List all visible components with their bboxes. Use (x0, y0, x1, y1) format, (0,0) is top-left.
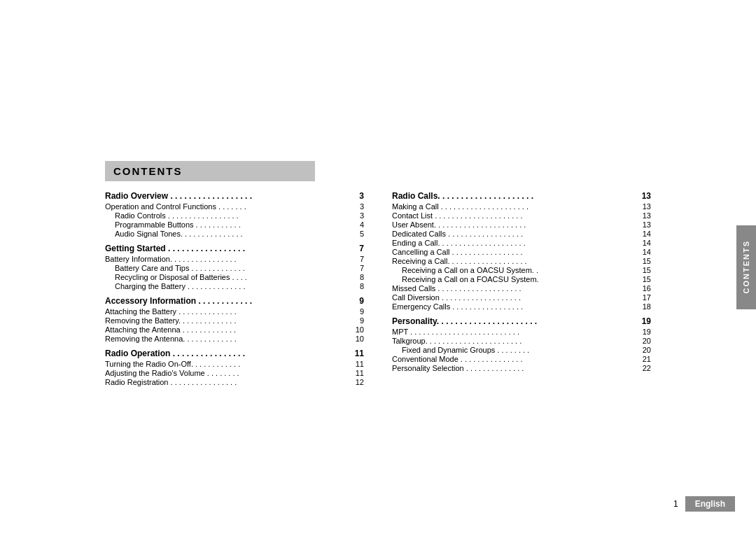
entry-page: 8 (350, 282, 364, 290)
entry-page: 22 (637, 364, 651, 372)
toc-entry: Receiving a Call on a OACSU System. . 15 (392, 266, 651, 274)
toc-entry-attaching-antenna: Attaching the Antenna . . . . . . . . . … (105, 325, 364, 334)
entry-text: Receiving a Call on a OACSU System. . (402, 266, 637, 274)
entry-text: Attaching the Battery . . . . . . . . . … (105, 307, 350, 316)
entry-text: Call Diversion . . . . . . . . . . . . .… (392, 293, 637, 302)
entry-page: 3 (350, 211, 364, 220)
toc-entry: Receiving a Call. . . . . . . . . . . . … (392, 257, 651, 265)
entry-page: 21 (637, 355, 651, 363)
toc-entry: Adjusting the Radio's Volume . . . . . .… (105, 369, 364, 377)
entry-text: Personality Selection . . . . . . . . . … (392, 364, 637, 372)
entry-text: Removing the Antenna. . . . . . . . . . … (105, 335, 350, 343)
entry-text: Adjusting the Radio's Volume . . . . . .… (105, 369, 350, 377)
page-number: 1 (673, 499, 678, 509)
side-tab-label: CONTENTS (742, 240, 750, 294)
entry-page: 13 (637, 220, 651, 229)
section-heading-radio-calls: Radio Calls. . . . . . . . . . . . . . .… (392, 191, 651, 201)
entry-text: Talkgroup. . . . . . . . . . . . . . . .… (392, 337, 637, 345)
entry-page: 10 (350, 335, 364, 343)
entry-text: Operation and Control Functions . . . . … (105, 202, 350, 211)
contents-title: CONTENTS (113, 165, 183, 177)
toc-entry: Emergency Calls . . . . . . . . . . . . … (392, 302, 651, 311)
left-column: Radio Overview . . . . . . . . . . . . .… (105, 191, 364, 387)
entry-text: Recycling or Disposal of Batteries . . .… (115, 273, 350, 281)
toc-entry: Programmable Buttons . . . . . . . . . .… (105, 220, 364, 229)
toc-entry: Ending a Call. . . . . . . . . . . . . .… (392, 239, 651, 247)
section-heading-text: Accessory Information . . . . . . . . . … (105, 296, 252, 306)
entry-page: 14 (637, 248, 651, 256)
toc-entry: Audio Signal Tones. . . . . . . . . . . … (105, 230, 364, 238)
section-heading-text: Radio Calls. . . . . . . . . . . . . . .… (392, 191, 533, 201)
entry-page: 20 (637, 337, 651, 345)
toc-columns: Radio Overview . . . . . . . . . . . . .… (105, 191, 651, 387)
entry-page: 15 (637, 257, 651, 265)
entry-page: 12 (350, 378, 364, 386)
entry-page: 9 (350, 316, 364, 325)
entry-text: Programmable Buttons . . . . . . . . . .… (115, 220, 350, 229)
section-page-num: 13 (642, 191, 651, 201)
entry-page: 16 (637, 284, 651, 293)
entry-page: 5 (350, 230, 364, 238)
footer: 1 English (673, 496, 735, 512)
entry-text: Battery Care and Tips . . . . . . . . . … (115, 264, 350, 272)
entry-page: 9 (350, 307, 364, 316)
toc-entry: Removing the Antenna. . . . . . . . . . … (105, 335, 364, 343)
section-heading-radio-operation: Radio Operation . . . . . . . . . . . . … (105, 349, 364, 358)
entry-text: Receiving a Call on a FOACSU System. (402, 275, 637, 283)
toc-entry: Operation and Control Functions . . . . … (105, 202, 364, 211)
entry-text: Cancelling a Call . . . . . . . . . . . … (392, 248, 637, 256)
entry-text: Conventional Mode . . . . . . . . . . . … (392, 355, 637, 363)
content-area: CONTENTS Radio Overview . . . . . . . . … (105, 161, 651, 387)
entry-page: 15 (637, 275, 651, 283)
entry-text: Fixed and Dynamic Groups . . . . . . . . (402, 346, 637, 354)
section-page-num: 11 (355, 349, 364, 358)
entry-text: Emergency Calls . . . . . . . . . . . . … (392, 302, 637, 311)
section-page-num: 3 (359, 191, 364, 201)
entry-page: 17 (637, 293, 651, 302)
toc-entry: Cancelling a Call . . . . . . . . . . . … (392, 248, 651, 256)
entry-text: Charging the Battery . . . . . . . . . .… (115, 282, 350, 290)
entry-page: 18 (637, 302, 651, 311)
entry-text: Battery Information. . . . . . . . . . .… (105, 255, 350, 263)
right-column: Radio Calls. . . . . . . . . . . . . . .… (392, 191, 651, 387)
entry-text: User Absent. . . . . . . . . . . . . . .… (392, 220, 637, 229)
entry-page: 14 (637, 230, 651, 238)
toc-entry: Radio Registration . . . . . . . . . . .… (105, 378, 364, 386)
toc-entry: Recycling or Disposal of Batteries . . .… (105, 273, 364, 281)
section-page-num: 9 (359, 296, 364, 306)
entry-text: Ending a Call. . . . . . . . . . . . . .… (392, 239, 637, 247)
section-heading-text: Getting Started . . . . . . . . . . . . … (105, 244, 245, 253)
toc-entry: Charging the Battery . . . . . . . . . .… (105, 282, 364, 290)
language-badge: English (685, 496, 735, 512)
entry-page: 11 (350, 360, 364, 368)
section-heading-text: Radio Overview . . . . . . . . . . . . .… (105, 191, 252, 201)
contents-header: CONTENTS (105, 161, 315, 181)
entry-page: 15 (637, 266, 651, 274)
entry-text: MPT . . . . . . . . . . . . . . . . . . … (392, 328, 637, 336)
entry-page: 13 (637, 202, 651, 211)
toc-entry: Battery Information. . . . . . . . . . .… (105, 255, 364, 263)
entry-page: 3 (350, 202, 364, 211)
entry-text: Radio Registration . . . . . . . . . . .… (105, 378, 350, 386)
entry-text: Attaching the Antenna . . . . . . . . . … (105, 325, 350, 334)
entry-page: 7 (350, 255, 364, 263)
entry-text: Audio Signal Tones. . . . . . . . . . . … (115, 230, 350, 238)
entry-page: 4 (350, 220, 364, 229)
toc-entry: Receiving a Call on a FOACSU System. 15 (392, 275, 651, 283)
toc-entry: Removing the Battery. . . . . . . . . . … (105, 316, 364, 325)
toc-entry: User Absent. . . . . . . . . . . . . . .… (392, 220, 651, 229)
toc-entry: Radio Controls . . . . . . . . . . . . .… (105, 211, 364, 220)
page: CONTENTS CONTENTS Radio Overview . . . .… (0, 0, 756, 534)
entry-page: 10 (350, 325, 364, 334)
language-text: English (695, 499, 725, 509)
entry-page: 19 (637, 328, 651, 336)
entry-text: Receiving a Call. . . . . . . . . . . . … (392, 257, 637, 265)
side-tab: CONTENTS (736, 225, 756, 309)
section-heading-accessory: Accessory Information . . . . . . . . . … (105, 296, 364, 306)
section-heading-radio-overview: Radio Overview . . . . . . . . . . . . .… (105, 191, 364, 201)
entry-text: Missed Calls . . . . . . . . . . . . . .… (392, 284, 637, 293)
entry-text: Making a Call . . . . . . . . . . . . . … (392, 202, 637, 211)
section-heading-text: Radio Operation . . . . . . . . . . . . … (105, 349, 245, 358)
entry-page: 13 (637, 211, 651, 220)
toc-entry: Turning the Radio On-Off. . . . . . . . … (105, 360, 364, 368)
